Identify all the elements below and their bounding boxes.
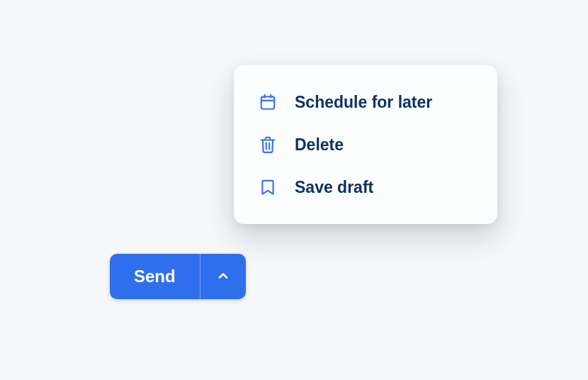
- menu-item-label: Save draft: [295, 178, 373, 197]
- options-dropdown: Schedule for later Delete Save draft: [234, 65, 497, 224]
- calendar-icon: [258, 92, 278, 112]
- menu-item-label: Schedule for later: [295, 93, 432, 112]
- menu-item-label: Delete: [295, 135, 344, 155]
- more-options-button[interactable]: [200, 254, 246, 299]
- split-button: Send: [110, 254, 246, 299]
- svg-rect-0: [261, 96, 274, 108]
- menu-item-delete[interactable]: Delete: [234, 123, 497, 166]
- trash-icon: [258, 135, 278, 155]
- chevron-up-icon: [216, 269, 230, 285]
- send-button[interactable]: Send: [110, 254, 200, 299]
- menu-item-schedule[interactable]: Schedule for later: [234, 81, 497, 123]
- bookmark-icon: [258, 177, 278, 197]
- send-button-label: Send: [134, 267, 176, 286]
- menu-item-save-draft[interactable]: Save draft: [234, 166, 497, 208]
